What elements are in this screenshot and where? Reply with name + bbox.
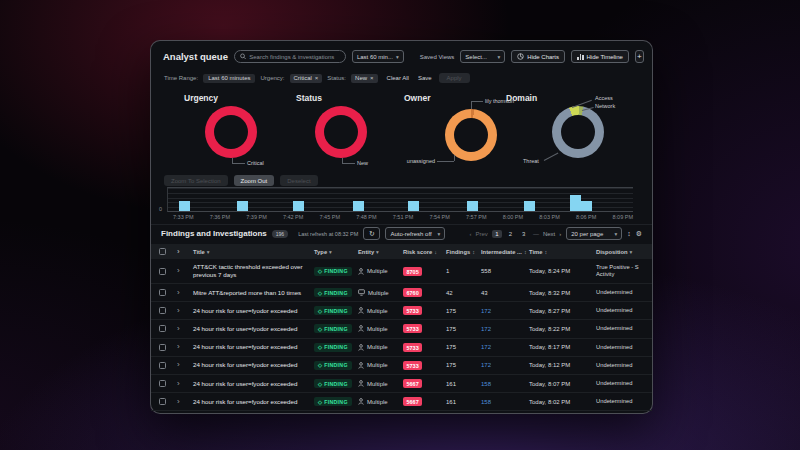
apply-button[interactable]: Apply bbox=[439, 73, 470, 83]
row-title[interactable]: Mitre ATT&reported more than 10 times bbox=[193, 289, 314, 297]
row-checkbox[interactable] bbox=[159, 325, 166, 332]
row-title[interactable]: 24 hour risk for user=fyodor exceeded bbox=[193, 398, 314, 406]
diamond-icon: ◇ bbox=[318, 268, 322, 274]
column-header[interactable]: Findings↕ bbox=[446, 249, 481, 255]
intermediate-count[interactable]: 558 bbox=[481, 268, 529, 274]
row-expand-chevron[interactable]: › bbox=[177, 361, 193, 369]
hide-timeline-button[interactable]: Hide Timeline bbox=[571, 50, 629, 63]
status-donut-chart[interactable] bbox=[315, 106, 367, 158]
table-row[interactable]: › 24 hour risk for user=fyodor exceeded … bbox=[151, 339, 652, 357]
close-icon[interactable]: × bbox=[315, 75, 319, 81]
timeline-bar[interactable] bbox=[293, 201, 304, 211]
table-row[interactable]: › Mitre ATT&reported more than 10 times … bbox=[151, 284, 652, 302]
intermediate-count[interactable]: 158 bbox=[481, 399, 529, 405]
domain-donut-chart[interactable] bbox=[552, 106, 604, 158]
row-checkbox[interactable] bbox=[159, 307, 166, 314]
expand-all-chevron[interactable]: › bbox=[177, 248, 193, 256]
auto-refresh-dropdown[interactable]: Auto-refresh off ▾ bbox=[385, 227, 445, 240]
row-expand-chevron[interactable]: › bbox=[177, 325, 193, 333]
row-title[interactable]: 24 hour risk for user=fyodor exceeded bbox=[193, 380, 314, 388]
timeline-tick: 7:45 PM bbox=[320, 214, 340, 220]
row-title[interactable]: 24 hour risk for user=fyodor exceeded bbox=[193, 307, 314, 315]
table-row[interactable]: › 24 hour risk for user=fyodor exceeded … bbox=[151, 357, 652, 375]
select-all-checkbox[interactable] bbox=[159, 248, 166, 255]
intermediate-count[interactable]: 158 bbox=[481, 381, 529, 387]
row-checkbox[interactable] bbox=[159, 362, 166, 369]
pagination-page[interactable]: 1 bbox=[492, 230, 502, 238]
table-header-bar: Findings and Investigations 196 Last ref… bbox=[151, 224, 652, 242]
column-settings-icon[interactable]: ↕ bbox=[627, 230, 631, 237]
timeline-bar[interactable] bbox=[179, 201, 190, 211]
timeline-bar[interactable] bbox=[581, 201, 592, 211]
table-row[interactable]: › 24 hour risk for user=fyodor exceeded … bbox=[151, 375, 652, 393]
column-header[interactable]: Intermediate ...↕ bbox=[481, 249, 529, 255]
row-title[interactable]: 24 hour risk for user=fyodor exceeded bbox=[193, 325, 314, 333]
hide-charts-button[interactable]: Hide Charts bbox=[511, 50, 565, 63]
row-checkbox[interactable] bbox=[159, 268, 166, 275]
chevron-down-icon: ▾ bbox=[498, 54, 501, 60]
column-header[interactable]: Time↕ bbox=[529, 249, 596, 255]
column-header[interactable]: Disposition▾ bbox=[596, 249, 644, 255]
row-checkbox[interactable] bbox=[159, 398, 166, 405]
row-expand-chevron[interactable]: › bbox=[177, 398, 193, 406]
intermediate-count[interactable]: 43 bbox=[481, 290, 529, 296]
owner-donut-chart[interactable] bbox=[445, 109, 497, 161]
pagination-prev[interactable]: Prev bbox=[476, 231, 488, 237]
timeline-bar[interactable] bbox=[237, 201, 248, 211]
pagination-page[interactable]: 2 bbox=[505, 230, 515, 238]
row-checkbox[interactable] bbox=[159, 289, 166, 296]
row-title[interactable]: ATT&CK tactic threshold exceeded over pr… bbox=[193, 263, 314, 279]
column-header[interactable]: Type▾ bbox=[314, 249, 358, 255]
row-checkbox[interactable] bbox=[159, 380, 166, 387]
timeline-bar[interactable] bbox=[570, 195, 581, 211]
findings-count: 161 bbox=[446, 399, 481, 405]
row-expand-chevron[interactable]: › bbox=[177, 289, 193, 297]
table-row[interactable]: › 24 hour risk for user=fyodor exceeded … bbox=[151, 320, 652, 338]
status-filter-chip[interactable]: New × bbox=[351, 74, 378, 83]
timeline-bar[interactable] bbox=[467, 201, 478, 211]
timeline-bar[interactable] bbox=[408, 201, 419, 211]
row-title[interactable]: 24 hour risk for user=fyodor exceeded bbox=[193, 361, 314, 369]
table-row[interactable]: › 24 hour risk for user=fyodor exceeded … bbox=[151, 393, 652, 411]
page-size-dropdown[interactable]: 20 per page ▾ bbox=[566, 227, 622, 240]
column-header[interactable]: Title▾ bbox=[193, 249, 314, 255]
row-checkbox[interactable] bbox=[159, 344, 166, 351]
add-tab-button[interactable]: + bbox=[635, 50, 644, 63]
row-expand-chevron[interactable]: › bbox=[177, 343, 193, 351]
intermediate-count[interactable]: 172 bbox=[481, 344, 529, 350]
urgency-donut-chart[interactable] bbox=[205, 106, 257, 158]
next-chevron-icon: › bbox=[559, 231, 561, 237]
row-title[interactable]: 24 hour risk for user=fyodor exceeded bbox=[193, 343, 314, 351]
settings-gear-icon[interactable]: ⚙ bbox=[636, 230, 642, 238]
clear-all-button[interactable]: Clear All bbox=[387, 75, 409, 81]
timeline-chart[interactable] bbox=[167, 187, 633, 212]
search-input[interactable] bbox=[249, 54, 340, 60]
timeline-button[interactable]: Zoom Out bbox=[234, 175, 275, 186]
column-header[interactable]: Risk score↓ bbox=[403, 249, 446, 255]
pagination-page[interactable]: 3 bbox=[519, 230, 529, 238]
row-expand-chevron[interactable]: › bbox=[177, 307, 193, 315]
close-icon[interactable]: × bbox=[370, 75, 374, 81]
row-expand-chevron[interactable]: › bbox=[177, 380, 193, 388]
time-range-dropdown[interactable]: Last 60 min... ▾ bbox=[352, 50, 404, 63]
bar-chart-icon bbox=[577, 54, 584, 60]
row-expand-chevron[interactable]: › bbox=[177, 267, 193, 275]
domain-network-callout: Network bbox=[595, 103, 615, 109]
risk-score-badge: 5733 bbox=[403, 306, 422, 315]
column-header[interactable]: Entity▾ bbox=[358, 249, 403, 255]
intermediate-count[interactable]: 172 bbox=[481, 308, 529, 314]
owner-chart-title: Owner bbox=[404, 93, 430, 103]
timeline-bar[interactable] bbox=[524, 201, 535, 211]
table-row[interactable]: › 24 hour risk for user=fyodor exceeded … bbox=[151, 302, 652, 320]
saved-views-dropdown[interactable]: Select... ▾ bbox=[460, 50, 505, 63]
search-box[interactable] bbox=[234, 50, 346, 63]
intermediate-count[interactable]: 172 bbox=[481, 326, 529, 332]
timeline-bar[interactable] bbox=[353, 201, 364, 211]
table-row[interactable]: › ATT&CK tactic threshold exceeded over … bbox=[151, 259, 652, 284]
intermediate-count[interactable]: 172 bbox=[481, 362, 529, 368]
urgency-filter-chip[interactable]: Critical × bbox=[290, 74, 323, 83]
pagination-next[interactable]: Next bbox=[543, 231, 555, 237]
time-range-value[interactable]: Last 60 minutes bbox=[203, 74, 255, 83]
refresh-button[interactable]: ↻ bbox=[363, 227, 380, 240]
save-button[interactable]: Save bbox=[418, 75, 432, 81]
